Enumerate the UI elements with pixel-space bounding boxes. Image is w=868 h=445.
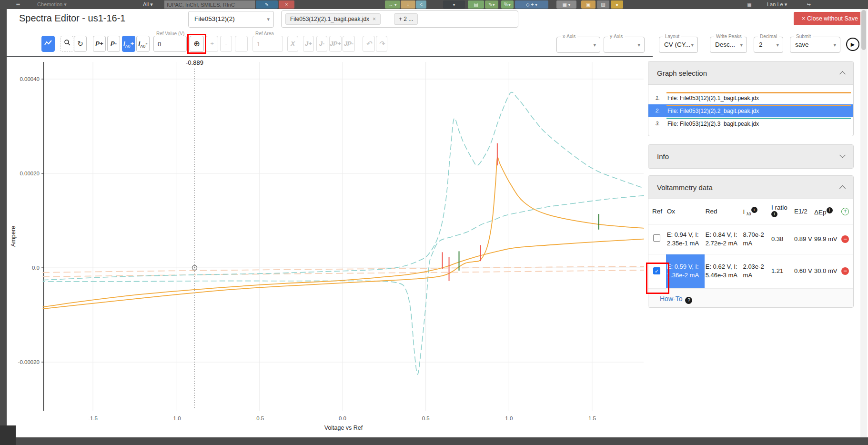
zoom-select-button[interactable] [61,36,73,52]
line-chart-mode-button[interactable] [41,36,55,52]
chevron-down-icon: ▾ [593,42,596,48]
i-lambda-cell: 8.70e-2 mA [742,224,770,254]
layout-select[interactable]: Layout CV (CY...▾ [659,37,698,53]
red-cell[interactable]: E: 0.84 V, I: 2.72e-2 mA [705,224,742,254]
chevron-down-icon: ▾ [64,1,67,7]
add-row-icon[interactable]: + [841,208,849,215]
file-select[interactable]: File053(12)(2) ▾ [188,11,274,28]
report-button[interactable]: ▤ [468,0,484,9]
submit-select[interactable]: Submit save▾ [790,37,840,53]
decrease-button[interactable]: - [220,36,232,52]
info-header[interactable]: Info [648,145,853,168]
question-icon[interactable]: ? [685,297,692,304]
calendar-button[interactable]: ▦ [745,0,754,9]
image-button[interactable]: ▨ [597,0,609,9]
submit-play-button[interactable]: ▶ [846,38,859,51]
ref-value-input[interactable] [153,36,187,52]
redo-button[interactable]: ↷ [376,36,387,52]
i-ratio-cell: 0.38 [770,224,793,254]
e-half-cell: 0.60 V [793,254,813,288]
search-scope-dropdown[interactable]: All ▾ [143,0,153,9]
inbox-button[interactable]: ▣ [581,0,595,9]
item-label: File: File053(12)(2).1_bagit.peak.jdx [667,95,759,101]
tab-file1[interactable]: File053(12)(2).1_bagit.peak.jdx× [285,13,381,25]
series-curve [43,239,644,307]
graph-list-item-2[interactable]: 2.File: File053(12)(2).2_bagit.peak.jdx [648,104,853,117]
j-minus-button[interactable]: J- [316,36,327,52]
how-to-link[interactable]: How-To [660,295,682,303]
x-tick-label: 0.5 [422,415,430,421]
decimal-select[interactable]: Decimal 2▾ [754,37,783,53]
ox-cell[interactable]: E: 0.59 V, I: 1.36e-2 mA [666,254,705,288]
info-icon[interactable]: i [771,211,777,217]
clear-search-button[interactable]: × [279,0,294,9]
brand[interactable]: Chemotion ▾ [37,0,67,9]
info-icon[interactable]: i [827,207,833,213]
increase-button[interactable]: + [206,36,218,52]
item-number: 3. [656,121,660,126]
move-button[interactable]: → ▾ [385,0,400,9]
peak-remove-button[interactable]: P- [107,36,120,52]
graph-selection-panel: Graph selection 1.File: File053(12)(2).1… [648,61,854,136]
bottom-left-artifact [0,425,16,445]
j-plus-button[interactable]: J+ [303,36,314,52]
search-input[interactable] [164,0,255,9]
tab-more[interactable]: + 2 ... [394,13,418,25]
reset-zoom-button[interactable]: ↻ [74,36,87,52]
iao-minus-button[interactable]: IΛ0- [136,36,150,52]
edit-button[interactable]: ✎ [256,0,278,9]
series-color-bar [666,92,851,93]
remove-row-icon[interactable]: − [841,235,849,243]
close-without-save-button[interactable]: × Close without Save [794,12,866,25]
ox-cell[interactable]: E: 0.94 V, I: 2.35e-1 mA [666,224,705,254]
graph-selection-header[interactable]: Graph selection [648,61,853,85]
close-icon[interactable]: × [373,16,376,22]
graph-list-item-1[interactable]: 1.File: File053(12)(2).1_bagit.peak.jdx [648,91,853,104]
red-cell[interactable]: E: 0.62 V, I: 5.46e-3 mA [705,254,742,288]
scrollbar-thumb[interactable] [861,10,866,50]
y-axis-select[interactable]: y-Axis ▾ [604,37,645,53]
x-axis-select[interactable]: x-Axis ▾ [556,37,600,53]
reference-line-label: -0.889 [186,59,203,66]
bell-button[interactable]: ● [611,0,623,9]
series-curve [43,266,644,273]
chart-area[interactable]: 0.000400.000200.0-0.00020-1.5-1.0-0.50.0… [7,56,653,437]
spectra-editor-modal: Spectra Editor - us1-16-1 File053(12)(2)… [7,9,868,437]
info-panel: Info [648,144,854,169]
jp-plus-button[interactable]: JP+ [329,36,342,52]
table-row: ✓E: 0.59 V, I: 1.36e-2 mAE: 0.62 V, I: 5… [648,254,853,288]
edit-sample-button[interactable]: ✎▾ [485,0,498,9]
hamburger-icon[interactable]: ☰ [14,0,22,9]
export-button[interactable]: ↓ [401,0,415,9]
undo-button[interactable]: ↶ [363,36,375,52]
chevron-down-icon: ▾ [691,42,694,48]
iao-plus-button[interactable]: IΛ0+ [122,36,135,52]
manage-collections-button[interactable]: ▾ [443,0,465,9]
molecule-add-button[interactable]: ◇ + ▾ [515,0,548,9]
cv-plot[interactable]: 0.000400.000200.0-0.00020-1.5-1.0-0.50.0… [7,57,653,437]
user-menu[interactable]: Lan Le ▾ [767,0,787,9]
x-tick-label: -0.5 [254,415,264,421]
item-label: File: File053(12)(2).3_bagit.peak.jdx [667,121,759,127]
aux-input[interactable] [235,36,248,52]
peak-add-button[interactable]: P+ [93,36,106,52]
share-button[interactable]: < [416,0,426,9]
graph-list-item-3[interactable]: 3.File: File053(12)(2).3_bagit.peak.jdx [648,117,853,130]
write-peaks-select[interactable]: Write Peaks Desc...▾ [710,37,747,53]
percent-button[interactable]: %▾ [501,0,514,9]
ref-checkbox[interactable] [653,234,660,242]
info-icon[interactable]: i [751,207,757,213]
series-curve [43,92,644,280]
clear-button[interactable]: X [287,36,298,52]
x-tick-label: 1.5 [588,415,596,421]
voltammetry-header[interactable]: Voltammetry data [648,176,853,199]
set-reference-point-button[interactable]: ⊕ [190,36,204,52]
ref-area-input[interactable] [252,36,283,52]
logout-button[interactable]: ↪ [804,0,814,9]
qr-scan-button[interactable]: ▦ ▾ [556,0,576,9]
y-tick-label: 0.0 [32,265,40,271]
remove-row-icon[interactable]: − [841,267,849,275]
scrollbar-track[interactable] [860,9,867,437]
jp-minus-button[interactable]: JP- [343,36,355,52]
chevron-down-icon: ▾ [740,42,743,48]
